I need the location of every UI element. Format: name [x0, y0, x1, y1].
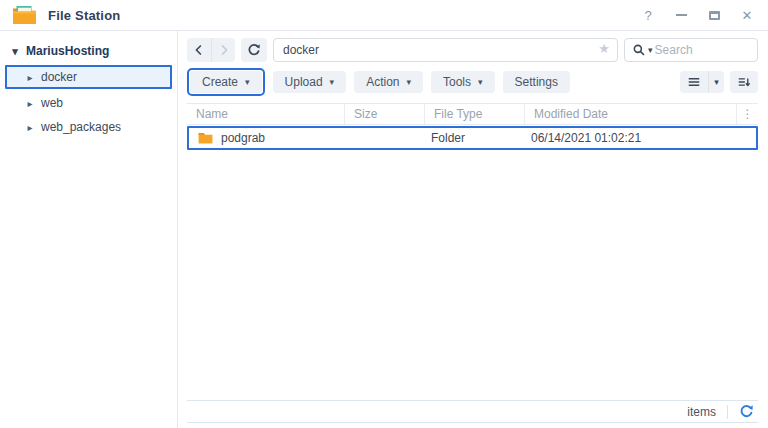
sidebar-item-docker[interactable]: ▸ docker — [5, 65, 172, 89]
history-nav-group — [187, 38, 235, 62]
sidebar-item-web[interactable]: ▸ web — [0, 92, 177, 114]
upload-button[interactable]: Upload ▾ — [273, 71, 347, 93]
file-type-cell: Folder — [422, 131, 522, 145]
status-refresh-icon[interactable] — [739, 404, 754, 419]
file-name-cell: podgrab — [189, 131, 342, 145]
column-header-file-type[interactable]: File Type — [424, 104, 524, 124]
items-count-label: items — [687, 405, 716, 419]
file-station-app-icon — [12, 5, 37, 25]
chevron-right-icon[interactable]: ▸ — [26, 98, 34, 109]
sidebar-item-label: docker — [41, 70, 77, 84]
help-icon[interactable]: ? — [641, 8, 655, 22]
refresh-button[interactable] — [241, 38, 267, 62]
view-mode-button: ▾ — [680, 71, 724, 93]
favorite-star-icon[interactable]: ★ — [598, 41, 610, 56]
sidebar-item-label: web_packages — [41, 120, 121, 134]
search-icon[interactable] — [632, 43, 646, 57]
folder-icon — [198, 132, 213, 144]
maximize-icon[interactable] — [707, 8, 721, 22]
window-controls: ? ✕ — [641, 8, 756, 22]
chevron-right-icon[interactable]: ▸ — [26, 72, 34, 83]
view-mode-caret-icon[interactable]: ▾ — [708, 71, 724, 93]
search-input[interactable] — [655, 43, 751, 57]
table-header: Name Size File Type Modified Date ⋮ — [187, 103, 758, 125]
column-header-size[interactable]: Size — [344, 104, 424, 124]
sidebar-item-web-packages[interactable]: ▸ web_packages — [0, 116, 177, 138]
chevron-down-icon: ▾ — [478, 77, 483, 87]
navigation-toolbar: ★ ▾ — [187, 38, 758, 62]
window-title: File Station — [48, 8, 120, 23]
path-input[interactable] — [273, 38, 618, 62]
action-toolbar: Create ▾ Upload ▾ Action ▾ Tools ▾ — [187, 68, 758, 96]
view-controls: ▾ — [680, 71, 758, 93]
forward-button[interactable] — [211, 38, 235, 62]
search-options-caret-icon[interactable]: ▾ — [648, 45, 653, 55]
column-header-name[interactable]: Name — [187, 104, 344, 124]
file-list-empty-area — [187, 150, 758, 400]
main-panel: ★ ▾ Create ▾ — [178, 31, 768, 428]
back-button[interactable] — [187, 38, 211, 62]
status-separator — [727, 405, 728, 419]
file-modified-cell: 06/14/2021 01:02:21 — [522, 131, 734, 145]
action-button[interactable]: Action ▾ — [354, 71, 423, 93]
create-button-highlight: Create ▾ — [187, 68, 265, 96]
table-row[interactable]: podgrab Folder 06/14/2021 01:02:21 — [187, 126, 758, 150]
tools-button[interactable]: Tools ▾ — [431, 71, 495, 93]
file-station-window: File Station ? ✕ ▾ MariusHosting ▸ docke… — [0, 0, 768, 428]
list-view-icon[interactable] — [680, 71, 708, 93]
chevron-down-icon[interactable]: ▾ — [11, 45, 19, 58]
chevron-right-icon[interactable]: ▸ — [26, 122, 34, 133]
close-icon[interactable]: ✕ — [740, 8, 754, 22]
sidebar: ▾ MariusHosting ▸ docker ▸ web ▸ web_pac… — [0, 31, 178, 428]
sidebar-root-label: MariusHosting — [26, 44, 109, 58]
chevron-down-icon: ▾ — [406, 77, 411, 87]
sort-icon[interactable] — [730, 71, 758, 93]
minimize-icon[interactable] — [674, 8, 688, 22]
column-header-modified-date[interactable]: Modified Date — [524, 104, 736, 124]
sidebar-item-label: web — [41, 96, 63, 110]
status-bar: items — [187, 400, 758, 423]
chevron-down-icon: ▾ — [330, 77, 335, 87]
path-field-wrap: ★ — [273, 38, 618, 62]
title-bar: File Station ? ✕ — [0, 0, 768, 31]
search-box: ▾ — [624, 38, 758, 62]
chevron-down-icon: ▾ — [245, 77, 250, 87]
column-options-icon[interactable]: ⋮ — [736, 104, 758, 124]
settings-button[interactable]: Settings — [503, 71, 570, 93]
create-button[interactable]: Create ▾ — [190, 71, 262, 93]
sidebar-item-mariushosting[interactable]: ▾ MariusHosting — [0, 40, 177, 62]
file-name: podgrab — [221, 131, 265, 145]
